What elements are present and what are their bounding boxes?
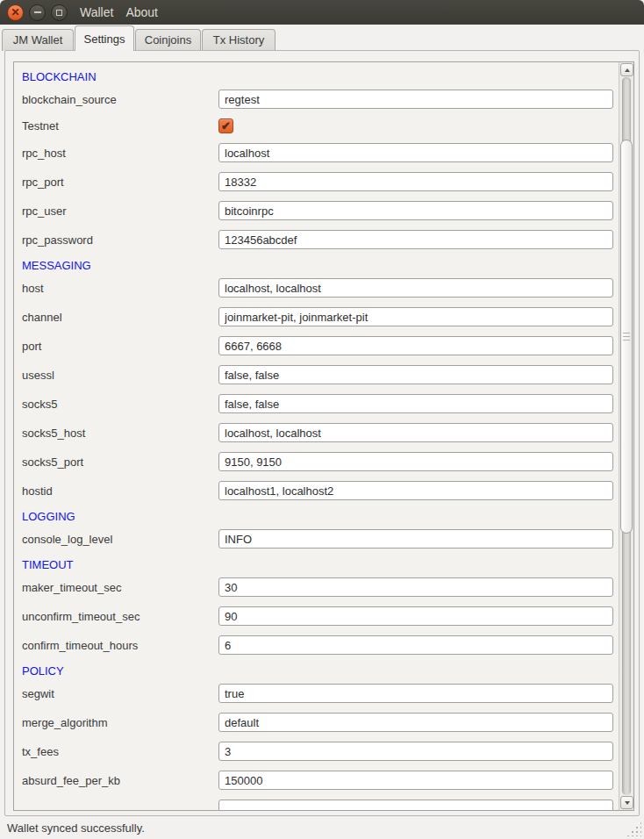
settings-form: BLOCKCHAINblockchain_sourceTestnet✔rpc_h… [14,62,619,810]
status-message: Wallet synced successfully. [7,821,145,835]
form-row: Testnet✔ [22,118,613,133]
form-row: hostid [22,481,613,500]
settings-scroll-area: BLOCKCHAINblockchain_sourceTestnet✔rpc_h… [13,61,634,811]
field-label-tx_fees: tx_fees [22,745,218,758]
field-input-socks5[interactable] [218,394,613,413]
field-input-usessl[interactable] [218,365,613,384]
field-input-host[interactable] [218,278,613,298]
field-input-rpc_password[interactable] [218,230,613,249]
field-input-clipped[interactable] [218,800,613,810]
form-row: maker_timeout_sec [22,577,613,597]
field-input-socks5_port[interactable] [218,452,613,471]
tab-jm-wallet[interactable]: JM Wallet [2,29,74,51]
scrollbar-thumb[interactable] [620,140,633,534]
arrow-down-icon [625,801,630,805]
settings-pane: BLOCKCHAINblockchain_sourceTestnet✔rpc_h… [4,50,640,816]
checkbox-testnet[interactable]: ✔ [218,118,233,133]
field-label-merge_algorithm: merge_algorithm [22,716,218,729]
field-input-absurd_fee_per_kb[interactable] [218,771,613,790]
field-label-rpc_password: rpc_password [22,233,218,247]
form-row: segwit [22,684,613,703]
tab-tx-history[interactable]: Tx History [202,29,275,51]
field-input-channel[interactable] [218,307,613,326]
field-label-blockchain_source: blockchain_source [22,93,218,106]
form-row [22,800,613,810]
field-input-segwit[interactable] [218,684,613,703]
close-button[interactable]: ✕ [7,4,24,21]
section-header-blockchain: BLOCKCHAIN [22,70,613,83]
scroll-viewport: BLOCKCHAINblockchain_sourceTestnet✔rpc_h… [14,62,619,810]
field-label-confirm_timeout_hours: confirm_timeout_hours [22,639,218,652]
field-label-hostid: hostid [22,484,218,498]
form-row: rpc_user [22,201,613,220]
maximize-icon [56,10,62,16]
status-bar: Wallet synced successfully. [0,816,644,839]
field-label-maker_timeout_sec: maker_timeout_sec [22,581,218,594]
tab-coinjoins[interactable]: Coinjoins [135,29,201,51]
checkmark-icon: ✔ [221,120,231,132]
field-label-usessl: usessl [22,369,218,382]
field-input-rpc_port[interactable] [218,172,613,191]
form-row: socks5_host [22,423,613,442]
field-input-rpc_host[interactable] [218,143,613,162]
field-input-maker_timeout_sec[interactable] [218,577,613,597]
scroll-down-button[interactable] [620,796,633,809]
field-input-hostid[interactable] [218,481,613,500]
scrollbar-grip-icon [623,333,630,341]
field-label-socks5: socks5 [22,398,218,411]
minimize-button[interactable] [29,4,46,21]
form-row: confirm_timeout_hours [22,635,613,655]
maximize-button[interactable] [51,4,68,21]
resize-grip[interactable] [626,821,641,836]
field-label-port: port [22,340,218,353]
form-row: merge_algorithm [22,713,613,732]
field-label-rpc_port: rpc_port [22,176,218,189]
field-label-rpc_user: rpc_user [22,204,218,218]
section-header-timeout: TIMEOUT [22,558,613,571]
form-row: port [22,336,613,355]
form-row: channel [22,307,613,326]
section-header-policy: POLICY [22,664,613,678]
field-input-tx_fees[interactable] [218,742,613,761]
field-input-console_log_level[interactable] [218,529,613,549]
field-input-confirm_timeout_hours[interactable] [218,635,613,655]
form-row: socks5_port [22,452,613,471]
field-input-port[interactable] [218,336,613,355]
field-input-unconfirm_timeout_sec[interactable] [218,606,613,626]
vertical-scrollbar[interactable] [619,62,633,810]
field-input-blockchain_source[interactable] [218,90,613,109]
close-icon: ✕ [11,7,19,18]
field-input-socks5_host[interactable] [218,423,613,442]
scroll-up-button[interactable] [620,63,633,76]
field-label-segwit: segwit [22,687,218,700]
field-label-rpc_host: rpc_host [22,147,218,160]
arrow-up-icon [625,68,630,72]
field-label-absurd_fee_per_kb: absurd_fee_per_kb [22,774,218,787]
section-header-logging: LOGGING [22,510,613,523]
form-row: socks5 [22,394,613,413]
form-row: rpc_password [22,230,613,249]
field-input-merge_algorithm[interactable] [218,713,613,732]
field-input-rpc_user[interactable] [218,201,613,220]
form-row: rpc_port [22,172,613,191]
section-header-messaging: MESSAGING [22,259,613,272]
form-row: usessl [22,365,613,384]
form-row: tx_fees [22,742,613,761]
form-row: console_log_level [22,529,613,549]
form-row: absurd_fee_per_kb [22,771,613,790]
tab-settings[interactable]: Settings [75,25,134,51]
menu-about[interactable]: About [125,5,158,19]
field-label-socks5_host: socks5_host [22,427,218,440]
menu-wallet[interactable]: Wallet [80,5,113,19]
field-label-channel: channel [22,311,218,324]
titlebar: ✕ Wallet About [0,0,644,25]
form-row: host [22,278,613,298]
field-label-console_log_level: console_log_level [22,533,218,546]
form-row: rpc_host [22,143,613,162]
form-row: blockchain_source [22,90,613,109]
field-label-socks5_port: socks5_port [22,455,218,469]
form-row: unconfirm_timeout_sec [22,606,613,626]
minimize-icon [34,11,41,13]
field-label-Testnet: Testnet [22,119,218,133]
field-label-host: host [22,282,218,295]
